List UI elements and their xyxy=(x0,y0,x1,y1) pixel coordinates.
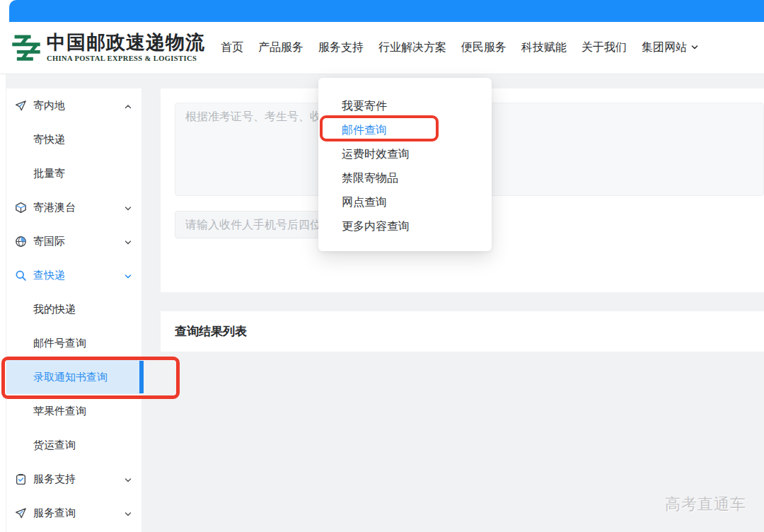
sidebar-item-send-international[interactable]: 寄国际 xyxy=(6,224,141,258)
sidebar-item-label: 寄内地 xyxy=(33,99,65,112)
sidebar-item-batch-send[interactable]: 批量寄 xyxy=(6,156,141,190)
sidebar-item-label: 货运查询 xyxy=(33,439,76,452)
sidebar-item-label: 服务查询 xyxy=(33,507,76,520)
sidebar-item-apple-query[interactable]: 苹果件查询 xyxy=(6,394,141,428)
top-blue-bar xyxy=(9,0,764,22)
page: 中国邮政速递物流 CHINA POSTAL EXPRESS & LOGISTIC… xyxy=(0,0,764,532)
dropdown-item-more-content-query[interactable]: 更多内容查询 xyxy=(318,214,492,238)
results-title: 查询结果列表 xyxy=(175,323,247,340)
nav-tech-enablement[interactable]: 科技赋能 xyxy=(521,40,567,55)
chevron-down-icon xyxy=(124,475,132,483)
nav-industry-solutions[interactable]: 行业解决方案 xyxy=(378,40,446,55)
nav-about-us[interactable]: 关于我们 xyxy=(581,40,627,55)
send-icon xyxy=(15,100,27,112)
nav-convenience-services[interactable]: 便民服务 xyxy=(461,40,507,55)
chevron-down-icon xyxy=(124,271,132,279)
chevron-down-icon xyxy=(124,237,132,245)
nav-group-site-label: 集团网站 xyxy=(642,40,687,55)
sidebar-item-my-express[interactable]: 我的快递 xyxy=(6,292,141,326)
sidebar-item-label: 邮件号查询 xyxy=(33,337,86,350)
sidebar-item-label: 录取通知书查询 xyxy=(33,371,108,384)
chevron-down-icon xyxy=(690,42,699,54)
sidebar-item-label: 我的快递 xyxy=(33,303,76,316)
sidebar-item-label: 寄国际 xyxy=(33,235,65,248)
main-nav: 首页 产品服务 服务支持 行业解决方案 便民服务 科技赋能 关于我们 集团网站 xyxy=(221,22,699,74)
send-icon xyxy=(15,507,27,519)
nav-group-site[interactable]: 集团网站 xyxy=(642,40,699,55)
dropdown-item-send-mail[interactable]: 我要寄件 xyxy=(318,94,492,118)
sidebar-item-freight-query[interactable]: 货运查询 xyxy=(6,428,141,462)
sidebar-item-label: 服务支持 xyxy=(33,473,76,486)
logo[interactable]: 中国邮政速递物流 CHINA POSTAL EXPRESS & LOGISTIC… xyxy=(10,30,205,64)
site-header: 中国邮政速递物流 CHINA POSTAL EXPRESS & LOGISTIC… xyxy=(0,22,764,74)
nav-service-support[interactable]: 服务支持 xyxy=(318,40,364,55)
dropdown-item-freight-time-query[interactable]: 运费时效查询 xyxy=(318,142,492,166)
dropdown-item-outlet-query[interactable]: 网点查询 xyxy=(318,190,492,214)
logo-subtitle: CHINA POSTAL EXPRESS & LOGISTICS xyxy=(47,54,205,62)
nav-home[interactable]: 首页 xyxy=(221,40,243,55)
watermark: 高考直通车 xyxy=(665,494,746,515)
query-dropdown-menu: 我要寄件 邮件查询 运费时效查询 禁限寄物品 网点查询 更多内容查询 xyxy=(318,78,492,251)
sidebar-item-label: 查快递 xyxy=(33,269,65,282)
sidebar-item-service-support[interactable]: 服务支持 xyxy=(6,462,141,496)
china-post-emblem-icon xyxy=(10,30,42,64)
sidebar-item-send-hk-mo-tw[interactable]: 寄港澳台 xyxy=(6,190,141,224)
results-section: 查询结果列表 xyxy=(161,311,764,352)
globe-icon xyxy=(15,236,27,248)
active-indicator-bar xyxy=(139,361,144,393)
logo-title: 中国邮政速递物流 xyxy=(47,32,205,53)
sidebar-item-send-express[interactable]: 寄快递 xyxy=(6,122,141,156)
dropdown-item-prohibited-items[interactable]: 禁限寄物品 xyxy=(318,166,492,190)
sidebar-item-admission-letter-query[interactable]: 录取通知书查询 xyxy=(6,360,141,394)
sidebar-item-send-domestic[interactable]: 寄内地 xyxy=(6,88,141,122)
box-icon xyxy=(15,202,27,214)
clipboard-check-icon xyxy=(15,473,27,485)
sidebar-item-label: 苹果件查询 xyxy=(33,405,86,418)
chevron-up-icon xyxy=(124,101,132,110)
sidebar-item-service-query[interactable]: 服务查询 xyxy=(6,496,141,530)
chevron-down-icon xyxy=(124,203,132,212)
sidebar-item-label: 寄快递 xyxy=(33,133,65,146)
sidebar-item-label: 寄港澳台 xyxy=(33,201,76,214)
chevron-down-icon xyxy=(124,509,132,517)
sidebar-item-track-express[interactable]: 查快递 xyxy=(6,258,141,292)
sidebar-item-label: 批量寄 xyxy=(33,167,65,180)
sidebar: 寄内地 寄快递 批量寄 寄港澳台 寄国际 xyxy=(6,88,141,532)
search-icon xyxy=(15,270,27,282)
sidebar-item-mail-number-query[interactable]: 邮件号查询 xyxy=(6,326,141,360)
nav-products[interactable]: 产品服务 xyxy=(258,40,303,55)
dropdown-item-mail-query[interactable]: 邮件查询 xyxy=(318,118,492,142)
